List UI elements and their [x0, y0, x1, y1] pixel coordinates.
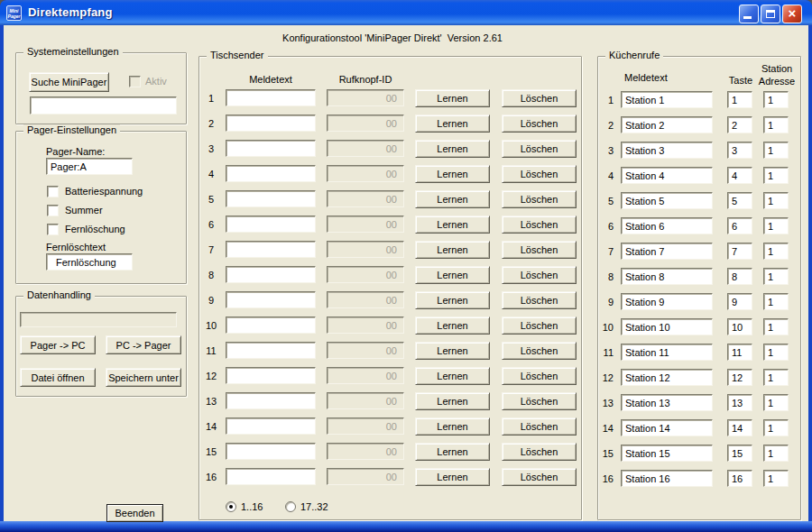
- station-meldetext-input[interactable]: [621, 293, 713, 310]
- lernen-button[interactable]: Lernen: [415, 468, 490, 486]
- taste-input[interactable]: [727, 91, 752, 108]
- station-meldetext-input[interactable]: [621, 243, 713, 260]
- station-adresse-input[interactable]: [763, 470, 789, 487]
- station-meldetext-input[interactable]: [621, 470, 713, 487]
- taste-input[interactable]: [727, 243, 752, 260]
- station-meldetext-input[interactable]: [621, 192, 713, 209]
- taste-input[interactable]: [727, 217, 752, 234]
- loeschen-button[interactable]: Löschen: [502, 266, 577, 284]
- meldetext-input[interactable]: [226, 342, 316, 359]
- station-meldetext-input[interactable]: [621, 116, 713, 133]
- taste-input[interactable]: [727, 318, 752, 335]
- loeschen-button[interactable]: Löschen: [502, 241, 577, 259]
- station-adresse-input[interactable]: [763, 217, 789, 234]
- taste-input[interactable]: [727, 445, 752, 462]
- station-meldetext-input[interactable]: [621, 142, 713, 159]
- lernen-button[interactable]: Lernen: [415, 89, 490, 107]
- station-meldetext-input[interactable]: [621, 445, 713, 462]
- lernen-button[interactable]: Lernen: [415, 342, 490, 360]
- station-adresse-input[interactable]: [763, 394, 789, 411]
- speichern-unter-button[interactable]: Speichern unter: [106, 368, 181, 387]
- pager-to-pc-button[interactable]: Pager -> PC: [20, 335, 96, 354]
- titlebar[interactable]: Mini Pager Direktempfang ×: [0, 0, 812, 25]
- taste-input[interactable]: [727, 116, 752, 133]
- lernen-button[interactable]: Lernen: [415, 216, 490, 234]
- station-meldetext-input[interactable]: [621, 394, 713, 411]
- radio-17-32[interactable]: [285, 501, 296, 512]
- loeschen-button[interactable]: Löschen: [502, 367, 577, 385]
- lernen-button[interactable]: Lernen: [415, 266, 490, 284]
- datei-oeffnen-button[interactable]: Datei öffnen: [20, 368, 96, 387]
- taste-input[interactable]: [727, 167, 752, 184]
- lernen-button[interactable]: Lernen: [415, 291, 490, 309]
- meldetext-input[interactable]: [226, 443, 316, 460]
- loeschen-button[interactable]: Löschen: [502, 443, 577, 461]
- loeschen-button[interactable]: Löschen: [502, 417, 577, 436]
- pager-name-input[interactable]: [46, 158, 133, 175]
- lernen-button[interactable]: Lernen: [415, 316, 490, 335]
- meldetext-input[interactable]: [226, 140, 316, 157]
- meldetext-input[interactable]: [226, 291, 316, 308]
- station-adresse-input[interactable]: [763, 318, 789, 335]
- meldetext-input[interactable]: [226, 165, 316, 182]
- taste-input[interactable]: [727, 470, 752, 487]
- loeschen-button[interactable]: Löschen: [502, 165, 577, 183]
- lernen-button[interactable]: Lernen: [415, 417, 490, 436]
- maximize-button[interactable]: [761, 5, 780, 23]
- minipager-search-field[interactable]: [30, 96, 177, 115]
- meldetext-input[interactable]: [226, 89, 316, 106]
- station-meldetext-input[interactable]: [621, 91, 713, 108]
- taste-input[interactable]: [727, 293, 752, 310]
- lernen-button[interactable]: Lernen: [415, 165, 490, 183]
- meldetext-input[interactable]: [226, 392, 316, 409]
- meldetext-input[interactable]: [226, 417, 316, 435]
- loeschen-button[interactable]: Löschen: [502, 342, 577, 360]
- station-meldetext-input[interactable]: [621, 217, 713, 234]
- station-meldetext-input[interactable]: [621, 167, 713, 184]
- loeschen-button[interactable]: Löschen: [502, 115, 577, 133]
- taste-input[interactable]: [727, 192, 752, 209]
- close-button[interactable]: ×: [782, 5, 802, 23]
- meldetext-input[interactable]: [226, 241, 316, 258]
- station-adresse-input[interactable]: [763, 142, 789, 159]
- station-meldetext-input[interactable]: [621, 344, 713, 361]
- loeschen-button[interactable]: Löschen: [502, 140, 577, 158]
- taste-input[interactable]: [727, 142, 752, 159]
- taste-input[interactable]: [727, 344, 752, 361]
- suche-minipager-button[interactable]: Suche MiniPager: [29, 72, 109, 92]
- taste-input[interactable]: [727, 394, 752, 411]
- station-meldetext-input[interactable]: [621, 268, 713, 285]
- station-adresse-input[interactable]: [763, 243, 789, 260]
- loeschen-button[interactable]: Löschen: [502, 89, 577, 107]
- fernloeschtext-input[interactable]: [46, 253, 133, 271]
- lernen-button[interactable]: Lernen: [415, 140, 490, 158]
- loeschen-button[interactable]: Löschen: [502, 190, 577, 208]
- station-adresse-input[interactable]: [763, 192, 789, 209]
- lernen-button[interactable]: Lernen: [415, 115, 490, 133]
- loeschen-button[interactable]: Löschen: [502, 291, 577, 309]
- loeschen-button[interactable]: Löschen: [502, 316, 577, 335]
- loeschen-button[interactable]: Löschen: [502, 468, 577, 486]
- station-adresse-input[interactable]: [763, 268, 789, 285]
- lernen-button[interactable]: Lernen: [415, 443, 490, 461]
- station-adresse-input[interactable]: [763, 344, 789, 361]
- meldetext-input[interactable]: [226, 216, 316, 233]
- station-adresse-input[interactable]: [763, 167, 789, 184]
- station-meldetext-input[interactable]: [621, 369, 713, 386]
- meldetext-input[interactable]: [226, 367, 316, 384]
- station-adresse-input[interactable]: [763, 91, 789, 108]
- beenden-button[interactable]: Beenden: [106, 504, 163, 522]
- meldetext-input[interactable]: [226, 468, 316, 485]
- meldetext-input[interactable]: [226, 190, 316, 207]
- lernen-button[interactable]: Lernen: [415, 241, 490, 259]
- taste-input[interactable]: [727, 369, 752, 386]
- station-adresse-input[interactable]: [763, 116, 789, 133]
- station-adresse-input[interactable]: [763, 293, 789, 310]
- pc-to-pager-button[interactable]: PC -> Pager: [106, 335, 181, 354]
- meldetext-input[interactable]: [226, 316, 316, 334]
- summer-checkbox[interactable]: [47, 205, 59, 216]
- taste-input[interactable]: [727, 268, 752, 285]
- radio-1-16[interactable]: [226, 501, 236, 512]
- station-adresse-input[interactable]: [763, 419, 789, 436]
- station-adresse-input[interactable]: [763, 369, 789, 386]
